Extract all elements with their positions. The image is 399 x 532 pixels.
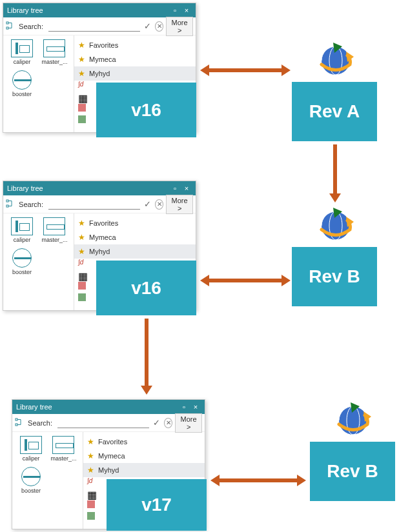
component-booster[interactable]: booster <box>7 70 37 97</box>
panel-title: Library tree <box>7 184 43 192</box>
star-icon: ★ <box>78 219 85 228</box>
component-label: booster <box>21 488 41 494</box>
svg-rect-1 <box>6 28 8 30</box>
component-label: booster <box>12 269 32 275</box>
confirm-icon[interactable]: ✓ <box>143 199 152 209</box>
rev-text: Rev A <box>309 101 360 122</box>
pin-icon[interactable]: ▫ <box>179 402 189 412</box>
component-booster[interactable]: booster <box>7 248 37 275</box>
favorites-item[interactable]: ★Myhyd <box>74 244 196 259</box>
star-icon: ★ <box>78 247 85 256</box>
pin-icon[interactable]: ▫ <box>170 5 180 15</box>
arrowhead-icon <box>210 475 220 486</box>
component-master[interactable]: master_... <box>39 217 69 243</box>
close-icon[interactable]: × <box>190 402 201 412</box>
svg-rect-11 <box>15 424 17 426</box>
rev-badge-b1: Rev B <box>292 247 377 306</box>
arrowhead-icon <box>200 64 209 76</box>
fav-label: Favorites <box>89 219 118 227</box>
favorites-item[interactable]: ★Mymeca <box>74 230 196 244</box>
stub-icon <box>78 104 86 112</box>
component-booster[interactable]: booster <box>16 467 46 494</box>
favorites-item[interactable]: ★Myhyd <box>83 463 205 477</box>
component-label: master_... <box>41 59 67 65</box>
confirm-icon[interactable]: ✓ <box>152 418 161 428</box>
fav-label: Mymeca <box>98 452 125 460</box>
search-label: Search: <box>28 419 52 427</box>
arrowhead-icon <box>200 275 209 286</box>
more-button[interactable]: More > <box>166 195 193 214</box>
favorites-header[interactable]: ★Favorites <box>83 435 205 449</box>
arrowhead-icon <box>297 475 306 486</box>
confirm-icon[interactable]: ✓ <box>143 21 152 31</box>
fav-label: Myhyd <box>98 466 119 474</box>
favorites-header[interactable]: ★Favorites <box>74 38 196 52</box>
fav-label: Mymeca <box>89 55 116 63</box>
clear-icon[interactable]: ✕ <box>164 418 172 428</box>
star-icon: ★ <box>78 233 85 242</box>
fav-label: Favorites <box>98 438 127 446</box>
component-palette: caliper master_... booster <box>12 432 83 529</box>
search-input[interactable] <box>57 418 149 428</box>
component-label: master_... <box>41 237 67 243</box>
clear-icon[interactable]: ✕ <box>155 199 163 210</box>
stub-icon <box>78 282 86 290</box>
component-palette: caliper master_... booster <box>3 35 74 132</box>
component-palette: caliper master_... booster <box>3 213 74 310</box>
version-text: v16 <box>131 100 161 121</box>
component-caliper[interactable]: caliper <box>16 436 46 462</box>
version-badge-1: v16 <box>96 83 196 137</box>
fav-label: Mymeca <box>89 233 116 241</box>
close-icon[interactable]: × <box>181 5 192 15</box>
rev-badge-a: Rev A <box>292 82 377 141</box>
star-icon: ★ <box>87 466 94 475</box>
favorites-item[interactable]: ★Myhyd <box>74 66 196 81</box>
arrow-p2-p3 <box>145 319 148 386</box>
component-master[interactable]: master_... <box>39 39 69 65</box>
component-label: master_... <box>50 455 76 462</box>
more-button[interactable]: More > <box>166 17 193 36</box>
component-caliper[interactable]: caliper <box>7 217 37 243</box>
stub-icon <box>78 293 86 301</box>
clear-icon[interactable]: ✕ <box>155 21 163 32</box>
stub-icon: ▦ <box>78 92 86 100</box>
rev-text: Rev B <box>309 266 360 287</box>
version-badge-2: v16 <box>96 261 196 315</box>
search-row: Search: ✓ ✕ More > <box>12 414 205 432</box>
favorites-item[interactable]: ★Mymeca <box>74 52 196 66</box>
star-icon: ★ <box>87 437 94 446</box>
pin-icon[interactable]: ▫ <box>170 183 180 193</box>
search-input[interactable] <box>48 199 140 210</box>
search-input[interactable] <box>48 21 140 32</box>
stub-icon <box>87 500 95 508</box>
arrow-p1-reva <box>209 68 281 72</box>
arrow-p3-revb <box>220 478 297 482</box>
category-stubs: ∫d ▦ <box>83 477 95 529</box>
search-row: Search: ✓ ✕ More > <box>3 17 196 35</box>
globe-icon <box>315 40 356 77</box>
star-icon: ★ <box>78 55 85 64</box>
tree-icon[interactable] <box>15 417 25 429</box>
globe-icon <box>332 400 374 437</box>
search-label: Search: <box>19 23 43 30</box>
component-label: caliper <box>23 455 40 462</box>
favorites-header[interactable]: ★Favorites <box>74 216 196 230</box>
stub-icon: ∫d <box>78 81 86 88</box>
version-badge-3: v17 <box>107 479 207 531</box>
tree-icon[interactable] <box>6 20 16 33</box>
component-label: caliper <box>14 237 31 243</box>
tree-icon[interactable] <box>6 198 16 211</box>
arrow-reva-revb <box>333 144 337 193</box>
fav-label: Myhyd <box>89 248 110 255</box>
component-label: caliper <box>14 59 31 65</box>
component-caliper[interactable]: caliper <box>7 39 37 65</box>
arrowhead-icon <box>281 64 291 76</box>
arrowhead-icon <box>141 386 152 395</box>
component-master[interactable]: master_... <box>48 436 78 462</box>
stub-icon <box>78 115 86 123</box>
star-icon: ★ <box>78 41 85 50</box>
favorites-item[interactable]: ★Mymeca <box>83 449 205 463</box>
version-text: v16 <box>131 278 161 299</box>
close-icon[interactable]: × <box>181 183 192 193</box>
more-button[interactable]: More > <box>175 413 202 433</box>
